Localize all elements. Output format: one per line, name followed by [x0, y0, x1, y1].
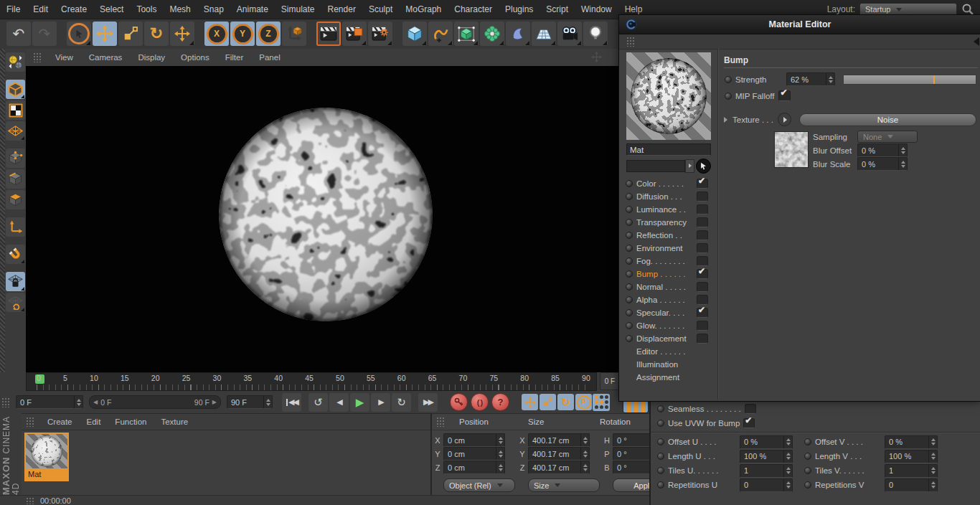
menu-item[interactable]: Create	[55, 0, 93, 19]
polygons-mode-button[interactable]	[6, 190, 25, 209]
strength-slider[interactable]	[843, 75, 976, 85]
size-field[interactable]: 400.17 cm	[528, 447, 590, 461]
spinner-arrows[interactable]	[496, 448, 504, 460]
channel-label[interactable]: Illumination	[636, 360, 678, 369]
noise-shader-thumbnail[interactable]	[774, 131, 809, 168]
channel-row[interactable]: Luminance . .	[619, 203, 717, 216]
channel-radio[interactable]	[626, 232, 633, 239]
channel-label[interactable]: Transparency	[636, 218, 687, 227]
channel-row[interactable]: Displacement	[619, 332, 717, 345]
viewport-pan-icon[interactable]	[591, 52, 602, 62]
spinner-arrows[interactable]	[928, 436, 937, 448]
attribute-field[interactable]: 0	[740, 478, 793, 492]
spinner-arrows[interactable]	[898, 144, 907, 156]
channel-row[interactable]: Color . . . . . . ✔	[619, 177, 717, 190]
channel-row[interactable]: Diffusion . . .	[619, 190, 717, 203]
add-light-button[interactable]	[583, 22, 608, 46]
z-axis-lock-button[interactable]: Z	[256, 22, 281, 46]
material-name-input[interactable]	[626, 143, 711, 156]
material-thumbnail[interactable]: Mat	[24, 433, 69, 481]
channel-label[interactable]: Specular. . . .	[636, 308, 684, 317]
spinner-arrows[interactable]	[928, 479, 937, 491]
channel-radio[interactable]	[626, 180, 633, 187]
range-right-arrow-icon[interactable]: ▶	[212, 399, 217, 405]
channel-radio[interactable]	[626, 193, 633, 200]
goto-start-button[interactable]: ◀◀	[282, 393, 301, 412]
spinner-arrows[interactable]	[74, 396, 83, 408]
channel-radio[interactable]	[626, 245, 633, 252]
channel-radio[interactable]	[626, 283, 633, 291]
play-preview-button[interactable]: ↻	[392, 393, 411, 412]
last-used-tool-button[interactable]	[170, 22, 194, 46]
strength-slider-handle[interactable]	[933, 75, 935, 84]
channel-row[interactable]: Illumination	[619, 358, 717, 371]
spinner-arrows[interactable]	[496, 434, 504, 446]
x-axis-lock-button[interactable]: X	[204, 22, 229, 46]
viewport-menu-item[interactable]: Filter	[217, 49, 252, 66]
channel-checkbox[interactable]	[697, 334, 708, 344]
mip-falloff-checkbox[interactable]: ✔	[778, 90, 791, 101]
next-frame-button[interactable]: ▶	[371, 393, 390, 412]
spinner-arrows[interactable]	[898, 158, 907, 170]
timeline-ruler[interactable]: 051015202530354045505560657075808590	[26, 372, 597, 391]
range-left-arrow-icon[interactable]: ◀	[93, 399, 98, 405]
channel-label[interactable]: Normal . . . . .	[636, 283, 686, 291]
add-camera-button[interactable]	[557, 22, 582, 46]
attribute-radio[interactable]	[657, 467, 664, 474]
attribute-field[interactable]: 0 %	[885, 435, 938, 449]
channel-checkbox[interactable]	[697, 192, 708, 202]
channel-checkbox[interactable]	[697, 204, 708, 214]
menu-item[interactable]: Character	[448, 0, 499, 19]
live-selection-button[interactable]	[67, 22, 91, 46]
attribute-radio[interactable]	[804, 481, 811, 489]
attribute-field[interactable]: 0	[885, 478, 938, 492]
menu-item[interactable]: Window	[575, 0, 618, 19]
size-field[interactable]: 400.17 cm	[528, 433, 590, 447]
spinner-arrows[interactable]	[783, 436, 792, 448]
channel-row[interactable]: Bump . . . . . . ✔	[619, 268, 717, 280]
model-mode-button[interactable]	[6, 80, 25, 99]
channel-label[interactable]: Fog. . . . . . . .	[636, 257, 685, 265]
menu-item[interactable]: Script	[540, 0, 575, 19]
menu-item[interactable]: Edit	[27, 0, 55, 19]
viewport-menu-item[interactable]: Options	[173, 49, 217, 66]
y-axis-lock-button[interactable]: Y	[230, 22, 255, 46]
attribute-radio[interactable]	[804, 453, 811, 460]
material-name-label[interactable]: Mat	[26, 468, 67, 480]
add-subdivision-surface-button[interactable]	[454, 22, 479, 46]
workplane-mode-button[interactable]	[6, 121, 25, 141]
material-manager-menu-item[interactable]: Create	[40, 417, 80, 426]
attribute-field[interactable]: 100 %	[740, 450, 793, 463]
channel-checkbox[interactable]	[697, 321, 708, 331]
attribute-field[interactable]: 100 %	[885, 450, 938, 463]
attribute-radio[interactable]	[657, 438, 664, 445]
edges-mode-button[interactable]	[6, 169, 25, 189]
points-mode-button[interactable]	[6, 148, 25, 168]
menu-item[interactable]: Tools	[130, 0, 163, 19]
collapse-left-icon[interactable]	[974, 37, 979, 46]
spinner-arrows[interactable]	[783, 479, 792, 491]
spinner-arrows[interactable]	[928, 465, 937, 477]
redo-button[interactable]: ↷	[32, 22, 57, 46]
key-pla-button[interactable]	[593, 394, 610, 411]
strength-radio[interactable]	[725, 76, 732, 83]
key-parameter-button[interactable]: P	[575, 394, 592, 410]
channel-radio[interactable]	[626, 335, 633, 342]
position-field[interactable]: 0 cm	[443, 447, 505, 461]
make-editable-button[interactable]	[6, 52, 25, 72]
channel-checkbox[interactable]: ✔	[697, 308, 708, 318]
spinner-arrows[interactable]	[783, 450, 792, 463]
preview-range-slider[interactable]: ◀ 0 F 90 F ▶	[89, 395, 221, 409]
menu-item[interactable]: Render	[321, 0, 362, 19]
key-position-button[interactable]	[522, 394, 538, 410]
channel-radio[interactable]	[626, 219, 633, 226]
channel-checkbox[interactable]	[697, 217, 708, 227]
position-mode-dropdown[interactable]: Object (Rel)	[443, 478, 515, 492]
menu-item[interactable]: MoGraph	[399, 0, 448, 19]
viewport-menu-item[interactable]: Cameras	[81, 49, 131, 66]
channel-radio[interactable]	[626, 270, 633, 278]
spinner-arrows[interactable]	[826, 73, 834, 85]
viewport-menu-item[interactable]: Display	[130, 49, 173, 66]
enable-axis-button[interactable]	[6, 217, 25, 237]
current-frame-field[interactable]: 0 F	[16, 395, 83, 409]
